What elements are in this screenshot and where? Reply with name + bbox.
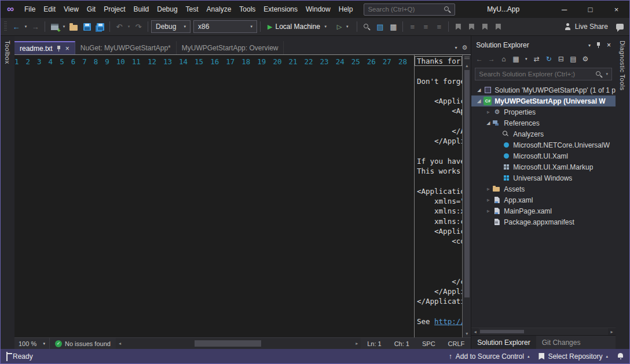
new-project-icon[interactable] bbox=[48, 20, 61, 34]
code-line-2[interactable] bbox=[415, 66, 462, 76]
scrollbar-track[interactable] bbox=[479, 328, 608, 335]
solution-explorer-search-box[interactable]: ▾ bbox=[475, 68, 612, 80]
editor-code[interactable]: Thanks for installing the WinUI NuGet pa… bbox=[414, 55, 462, 337]
collapsed-arrow-icon[interactable]: ▹ bbox=[484, 186, 492, 192]
refresh-icon[interactable]: ↻ bbox=[545, 55, 552, 63]
line-indicator[interactable]: Ln: 1 bbox=[361, 340, 387, 347]
tree-item-references[interactable]: ◢References bbox=[471, 117, 616, 128]
tree-item-microsoft-ui-xaml-markup[interactable]: Microsoft.UI.Xaml.Markup bbox=[471, 161, 616, 172]
pin-icon[interactable] bbox=[56, 45, 62, 52]
output-window-icon[interactable]: ≡ bbox=[419, 20, 432, 34]
start-without-debugging-button[interactable]: ▷ ▾ bbox=[333, 20, 354, 34]
code-line-4[interactable] bbox=[415, 86, 462, 96]
add-to-source-control-button[interactable]: ↑ Add to Source Control ▴ bbox=[449, 352, 530, 361]
menu-window[interactable]: Window bbox=[302, 1, 335, 18]
tree-item-analyzers[interactable]: Analyzers bbox=[471, 128, 616, 139]
chevron-down-icon[interactable]: ▾ bbox=[606, 72, 608, 76]
code-line-3[interactable]: Don't forget to set XamlControlsResource… bbox=[415, 76, 462, 86]
panel-tab-solution-explorer[interactable]: Solution Explorer bbox=[471, 336, 536, 349]
editor-options-gear-icon[interactable]: ⚙ bbox=[461, 44, 467, 52]
editor-horizontal-scrollbar[interactable] bbox=[124, 338, 353, 349]
code-line-6[interactable]: <Application.Resources> bbox=[415, 106, 462, 116]
scroll-up-icon[interactable]: ▴ bbox=[463, 61, 471, 69]
solution-explorer-search-input[interactable] bbox=[479, 71, 592, 78]
editor[interactable]: 1234567891011121314151617181920212223242… bbox=[14, 54, 471, 337]
menu-build[interactable]: Build bbox=[130, 1, 153, 18]
splitter-grip[interactable] bbox=[464, 57, 470, 60]
line-ending-indicator[interactable]: CRLF bbox=[442, 340, 471, 347]
save-icon[interactable] bbox=[80, 20, 93, 34]
se-back-icon[interactable]: ← bbox=[475, 55, 483, 63]
code-line-27[interactable]: See http://aka.ms/winui for more informa… bbox=[415, 317, 462, 326]
code-line-24[interactable]: </Application.Resources> bbox=[415, 286, 462, 296]
switch-views-icon[interactable]: ▦ bbox=[512, 55, 519, 63]
previous-bookmark-icon[interactable] bbox=[465, 20, 478, 34]
code-line-22[interactable]: </controls:XamlControlsResources.MergedD… bbox=[415, 266, 462, 276]
tree-item-package-appxmanifest[interactable]: Package.appxmanifest bbox=[471, 216, 616, 227]
scroll-right-icon[interactable]: ▸ bbox=[353, 338, 361, 349]
diagnostic-tools-tab-label[interactable]: Diagnostic Tools bbox=[619, 41, 626, 349]
new-project-dropdown-icon[interactable]: ▾ bbox=[61, 24, 67, 29]
tree-item-mainpage-xaml[interactable]: ▹MainPage.xaml bbox=[471, 205, 616, 216]
navigate-back-dropdown-icon[interactable]: ▾ bbox=[23, 24, 28, 29]
scroll-right-icon[interactable]: ▸ bbox=[608, 328, 616, 335]
scroll-left-icon[interactable]: ◂ bbox=[116, 338, 124, 349]
menu-edit[interactable]: Edit bbox=[39, 1, 60, 18]
solution-explorer-toolbar-icon[interactable]: ▤ bbox=[373, 20, 386, 34]
code-line-11[interactable]: If you have other resources, then we rec… bbox=[415, 156, 462, 166]
menu-tools[interactable]: Tools bbox=[235, 1, 259, 18]
code-line-1[interactable]: Thanks for installing the WinUI NuGet pa… bbox=[415, 56, 462, 66]
code-line-14[interactable]: <Application bbox=[415, 186, 462, 196]
live-share-button[interactable]: Live Share bbox=[559, 23, 613, 31]
close-icon[interactable]: × bbox=[607, 41, 611, 49]
tree-item-universal-windows[interactable]: Universal Windows bbox=[471, 172, 616, 183]
code-line-7[interactable]: <XamlControlsResources xmlns="using:Micr… bbox=[415, 116, 462, 126]
diagnostic-tools-strip[interactable]: Diagnostic Tools bbox=[616, 36, 629, 349]
expanded-arrow-icon[interactable]: ◢ bbox=[475, 87, 483, 93]
tab-readme-txt[interactable]: readme.txt× bbox=[14, 41, 75, 54]
tree-item-assets[interactable]: ▹Assets bbox=[471, 183, 616, 194]
tree-item-solution-myuwpgetstartapp-1-of-1-p[interactable]: ◢Solution 'MyUWPGetStartApp' (1 of 1 p bbox=[471, 84, 616, 95]
code-line-8[interactable]: </Application.Resources> bbox=[415, 126, 462, 136]
collapse-all-icon[interactable]: ⊟ bbox=[557, 55, 565, 63]
menu-view[interactable]: View bbox=[60, 1, 83, 18]
code-line-15[interactable]: xmlns="http://schemas.microsoft.com/winf… bbox=[415, 196, 462, 206]
maximize-button[interactable]: □ bbox=[577, 1, 603, 18]
code-line-12[interactable]: This works with the platform's resource … bbox=[415, 166, 462, 176]
next-bookmark-icon[interactable] bbox=[478, 20, 491, 34]
menu-file[interactable]: File bbox=[20, 1, 39, 18]
column-indicator[interactable]: Ch: 1 bbox=[388, 340, 416, 347]
solution-configurations-select[interactable]: Debug ▾ bbox=[151, 20, 191, 33]
minimize-button[interactable]: ─ bbox=[551, 1, 577, 18]
editor-vertical-scrollbar[interactable]: ▴ ▾ bbox=[462, 55, 471, 337]
menu-debug[interactable]: Debug bbox=[153, 1, 181, 18]
notifications-bell-icon[interactable] bbox=[617, 353, 624, 360]
sync-with-active-document-icon[interactable]: ⇄ bbox=[533, 55, 540, 63]
home-icon[interactable]: ⌂ bbox=[500, 55, 507, 63]
tree-item-properties[interactable]: ▹Properties bbox=[471, 106, 616, 117]
save-all-icon[interactable] bbox=[94, 20, 107, 34]
tree-item-app-xaml[interactable]: ▹App.xaml bbox=[471, 194, 616, 205]
scrollbar-thumb[interactable] bbox=[195, 340, 261, 347]
collapsed-arrow-icon[interactable]: ▹ bbox=[484, 208, 492, 214]
quick-search-box[interactable] bbox=[364, 3, 455, 16]
send-feedback-icon[interactable] bbox=[613, 20, 626, 34]
menu-git[interactable]: Git bbox=[83, 1, 100, 18]
pin-icon[interactable] bbox=[596, 42, 602, 49]
zoom-select[interactable]: 100 % ▾ bbox=[14, 338, 49, 349]
active-files-dropdown-icon[interactable]: ▾ bbox=[455, 45, 457, 50]
scrollbar-track[interactable] bbox=[463, 69, 471, 329]
panel-tab-git-changes[interactable]: Git Changes bbox=[536, 336, 587, 349]
solution-platforms-select[interactable]: x86 ▾ bbox=[193, 20, 257, 33]
code-line-21[interactable]: <!-- Other app resources here --> bbox=[415, 256, 462, 266]
document-health-indicator[interactable]: ✓ No issues found bbox=[49, 338, 116, 349]
undo-icon[interactable]: ↶ bbox=[113, 20, 126, 34]
menu-analyze[interactable]: Analyze bbox=[203, 1, 236, 18]
scroll-down-icon[interactable]: ▾ bbox=[463, 329, 471, 337]
background-tasks-icon[interactable] bbox=[6, 352, 8, 361]
undo-dropdown-icon[interactable]: ▾ bbox=[126, 24, 131, 29]
open-file-icon[interactable] bbox=[67, 20, 80, 34]
close-icon[interactable]: × bbox=[65, 45, 69, 53]
menu-help[interactable]: Help bbox=[335, 1, 357, 18]
code-line-17[interactable]: xmlns:controls="using:Microsoft.UI.Xaml.… bbox=[415, 216, 462, 226]
